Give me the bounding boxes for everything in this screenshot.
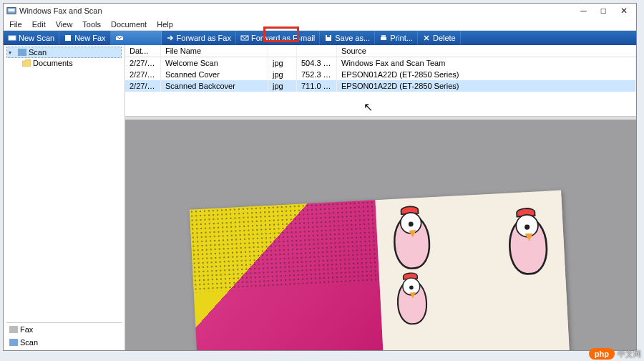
nav-switch-scan[interactable]: Scan [6,336,122,349]
list-row[interactable]: 2/27/202...Welcome Scanjpg504.3 KBWindow… [125,57,636,69]
minimize-button[interactable]: ─ [580,6,587,16]
menubar: File Edit View Tools Document Help [4,18,636,31]
titlebar: Windows Fax and Scan ─ □ ✕ [4,4,636,18]
cover-right-panel: PINO [375,191,572,350]
forward-email-button[interactable]: Forward as E-mail [236,31,320,45]
watermark-text: 中文网 [618,349,641,360]
cell-date: 2/27/202... [125,69,161,80]
cell-type: jpg [268,69,297,80]
delete-icon [422,34,431,42]
cell-size: 752.3 KB [297,69,337,80]
menu-edit[interactable]: Edit [32,20,46,29]
nav-bottom: Fax Scan [6,322,122,349]
forward-fax-icon [166,34,175,42]
svg-rect-4 [65,35,71,41]
watermark-pill: php [589,348,615,360]
cover-left-panel: MY HERO ACADEMIA THE MOVIE WORLD HEROES'… [190,200,386,350]
nav-switch-fax[interactable]: Fax [6,323,122,336]
svg-rect-9 [381,37,386,40]
cell-source: Windows Fax and Scan Team [337,57,636,69]
delete-button[interactable]: Delete [418,31,461,45]
preview-pane: MY HERO ACADEMIA THE MOVIE WORLD HEROES'… [125,117,636,350]
svg-rect-12 [9,326,18,333]
scanner-folder-icon [18,49,26,56]
menu-file[interactable]: File [9,20,22,29]
col-size[interactable] [297,45,337,57]
list-row[interactable]: 2/27/202...Scanned Coverjpg752.3 KBEPSON… [125,69,636,80]
col-type[interactable] [268,45,297,57]
list-row[interactable]: 2/27/202...Scanned Backcoverjpg711.0 KBE… [125,80,636,92]
envelope-icon [115,34,124,42]
franchise-name: MY HERO ACADEMIA [243,349,336,350]
scan-list: Dat... File Name Source 2/27/202...Welco… [125,45,636,117]
list-preview-pane: Dat... File Name Source 2/27/202...Welco… [125,45,636,350]
cell-name: Scanned Backcover [161,80,268,92]
list-header: Dat... File Name Source [125,45,636,57]
app-title: Windows Fax and Scan [19,6,102,15]
bird-character-1 [386,207,438,276]
col-date[interactable]: Dat... [125,45,161,57]
forward-fax-button[interactable]: Forward as Fax [162,31,236,45]
app-icon [6,6,16,16]
scan-device-icon [9,339,18,346]
svg-rect-2 [9,36,16,40]
menu-view[interactable]: View [56,20,73,29]
svg-rect-8 [327,35,330,37]
cell-source: EPSON01A22D (ET-2850 Series) [337,80,636,92]
svg-rect-13 [9,339,18,346]
cell-source: EPSON01A22D (ET-2850 Series) [337,69,636,80]
halftone-pattern [190,200,380,292]
scanner-icon [8,34,16,42]
printer-icon [379,34,388,42]
menu-document[interactable]: Document [111,20,147,29]
cell-name: Welcome Scan [161,57,268,69]
save-icon [324,34,333,42]
col-source[interactable]: Source [337,45,636,57]
fax-device-icon [9,326,18,333]
cell-type: jpg [268,57,297,69]
cell-size: 504.3 KB [297,57,337,69]
cell-type: jpg [268,80,297,92]
svg-rect-11 [18,49,26,56]
svg-rect-1 [9,9,15,11]
forward-email-icon [240,34,249,42]
col-filename[interactable]: File Name [161,45,268,57]
app-window: Windows Fax and Scan ─ □ ✕ File Edit Vie… [3,3,637,351]
nav-pane: ▾ Scan Documents Fax Scan [4,45,125,350]
cell-name: Scanned Cover [161,69,268,80]
save-as-button[interactable]: Save as... [320,31,375,45]
collapse-icon[interactable]: ▾ [9,49,16,56]
new-fax-button[interactable]: New Fax [59,31,110,45]
watermark: php 中文网 [589,348,641,360]
movie-title-block: MY HERO ACADEMIA THE MOVIE WORLD HEROES'… [243,349,339,350]
body: ▾ Scan Documents Fax Scan [4,45,636,350]
reply-forward-button[interactable] [111,31,162,45]
bird-character-2 [391,274,434,331]
print-button[interactable]: Print... [375,31,418,45]
tree-documents[interactable]: Documents [6,58,122,68]
tree-root-scan[interactable]: ▾ Scan [6,47,122,58]
menu-help[interactable]: Help [157,20,173,29]
cell-size: 711.0 KB [297,80,337,92]
nav-tree: ▾ Scan Documents [6,47,122,322]
maximize-button[interactable]: □ [601,6,606,16]
fax-icon [64,34,72,42]
preview-image: MY HERO ACADEMIA THE MOVIE WORLD HEROES'… [190,191,572,350]
folder-icon [22,59,31,67]
svg-rect-10 [381,35,386,37]
close-button[interactable]: ✕ [620,6,628,16]
window-controls: ─ □ ✕ [580,6,633,16]
cell-date: 2/27/202... [125,80,161,92]
cell-date: 2/27/202... [125,57,161,69]
bird-character-3 [501,209,556,283]
new-scan-button[interactable]: New Scan [4,31,59,45]
menu-tools[interactable]: Tools [82,20,101,29]
toolbar: New Scan New Fax Forward as Fax Forward … [4,31,636,45]
